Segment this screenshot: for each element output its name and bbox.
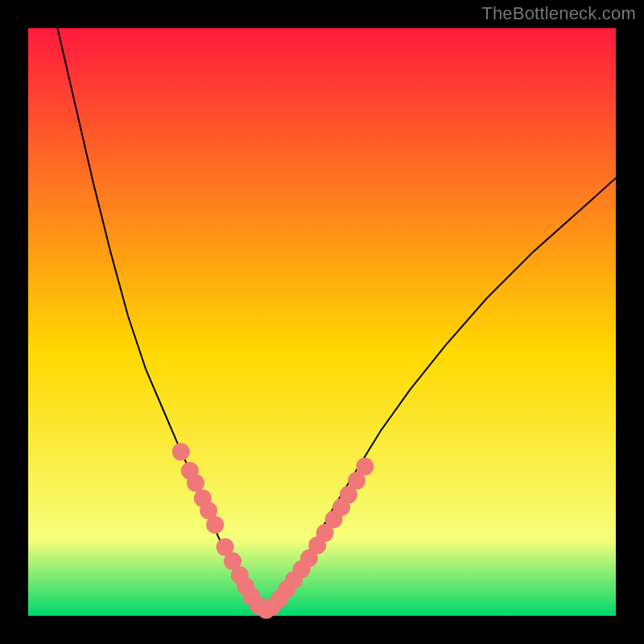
marker-dot (206, 516, 224, 534)
chart-stage: TheBottleneck.com (0, 0, 644, 644)
plot-svg (0, 0, 644, 644)
marker-dot (187, 474, 204, 492)
marker-dot (356, 458, 374, 476)
watermark-text: TheBottleneck.com (481, 3, 636, 24)
marker-dot (172, 443, 190, 460)
